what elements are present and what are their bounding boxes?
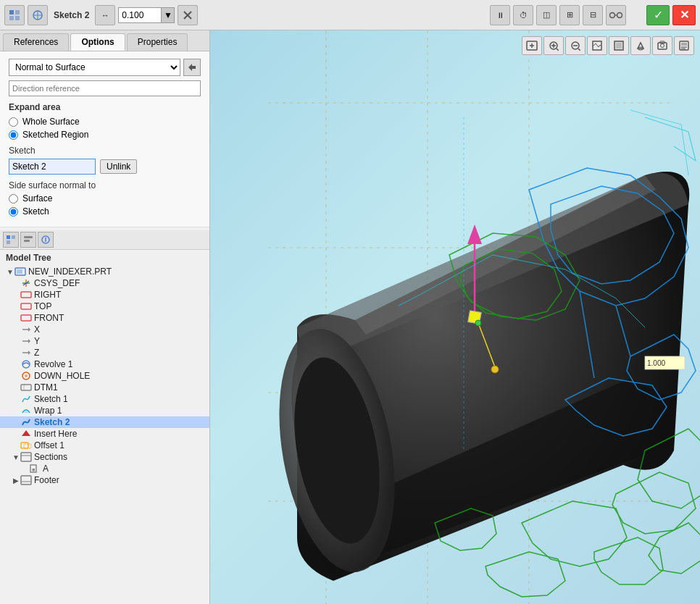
svg-rect-14 bbox=[7, 240, 10, 244]
toolbar-pause-btn[interactable]: ⏸ bbox=[490, 5, 510, 25]
cancel-button[interactable]: ✕ bbox=[672, 5, 696, 25]
toolbar-glasses-btn[interactable] bbox=[606, 5, 626, 25]
surface-radio-row: Surface bbox=[9, 193, 201, 204]
z-label: Z bbox=[34, 348, 39, 358]
y-label: Y bbox=[34, 336, 40, 346]
surface-radio-label[interactable]: Surface bbox=[22, 193, 52, 204]
vp-save-view[interactable] bbox=[674, 36, 694, 55]
svg-rect-59 bbox=[616, 43, 622, 49]
tab-references[interactable]: References bbox=[3, 33, 69, 51]
csys-label: CSYS_DEF bbox=[34, 278, 80, 288]
left-panel: References Options Properties Normal to … bbox=[0, 30, 210, 604]
svg-rect-15 bbox=[24, 236, 33, 238]
toolbar-view3-btn[interactable]: ⊟ bbox=[583, 5, 603, 25]
vp-zoom-in[interactable] bbox=[543, 36, 564, 55]
tree-item-sketch1[interactable]: Sketch 1 bbox=[0, 393, 209, 405]
dtm1-label: DTM1 bbox=[34, 382, 58, 393]
tabs-bar: References Options Properties bbox=[0, 30, 209, 51]
tab-options[interactable]: Options bbox=[70, 33, 125, 51]
tree-item-downhole[interactable]: DOWN_HOLE bbox=[0, 370, 209, 382]
insert-label: Insert Here bbox=[34, 429, 77, 439]
sketch-name-field[interactable] bbox=[9, 159, 96, 175]
sketch1-label: Sketch 1 bbox=[34, 394, 68, 404]
svg-point-35 bbox=[25, 374, 28, 377]
tab-properties[interactable]: Properties bbox=[127, 33, 188, 51]
model-tree-title: Model Tree bbox=[6, 253, 51, 263]
direction-flip-btn[interactable] bbox=[183, 59, 201, 76]
vp-perspective[interactable] bbox=[630, 36, 651, 55]
direction-row: Normal to Surface bbox=[9, 59, 201, 76]
tree-item-dtm1[interactable]: DTM1 bbox=[0, 382, 209, 393]
tree-item-right[interactable]: RIGHT bbox=[0, 289, 209, 301]
tree-icon-btn-1[interactable] bbox=[3, 232, 19, 248]
toolbar-view2-btn[interactable]: ⊞ bbox=[559, 5, 580, 25]
tree-item-front[interactable]: FRONT bbox=[0, 312, 209, 324]
toolbar-clock-btn[interactable]: ⏱ bbox=[513, 5, 533, 25]
svg-line-56 bbox=[578, 49, 580, 51]
toolbar-view1-btn[interactable]: ◫ bbox=[536, 5, 557, 25]
tree-item-insert[interactable]: Insert Here bbox=[0, 428, 209, 440]
svg-marker-32 bbox=[28, 351, 30, 355]
svg-point-10 bbox=[617, 12, 622, 17]
vp-zoom-fit[interactable] bbox=[522, 36, 542, 55]
whole-surface-label[interactable]: Whole Surface bbox=[22, 117, 80, 127]
tree-item-root[interactable]: ▼ NEW_INDEXER.PRT bbox=[0, 266, 209, 277]
expand-area-label: Expand area bbox=[9, 102, 201, 112]
root-label: NEW_INDEXER.PRT bbox=[28, 267, 112, 277]
direction-select[interactable]: Normal to Surface bbox=[9, 59, 180, 76]
svg-rect-41 bbox=[21, 453, 31, 461]
sketch-radio[interactable] bbox=[9, 207, 18, 217]
svg-rect-36 bbox=[21, 385, 31, 390]
tree-item-wrap1[interactable]: Wrap 1 bbox=[0, 405, 209, 416]
tree-item-y[interactable]: Y bbox=[0, 335, 209, 347]
vp-screenshot[interactable] bbox=[652, 36, 672, 55]
svg-rect-2 bbox=[9, 16, 14, 20]
sketched-region-radio[interactable] bbox=[9, 130, 18, 140]
tree-item-csys[interactable]: CSYS_DEF bbox=[0, 277, 209, 289]
tree-item-revolve1[interactable]: Revolve 1 bbox=[0, 358, 209, 370]
toolbar-mode-btn[interactable] bbox=[4, 5, 25, 25]
whole-surface-radio[interactable] bbox=[9, 117, 18, 127]
x-label: X bbox=[34, 324, 40, 335]
svg-rect-24 bbox=[21, 292, 31, 298]
vp-view-mode[interactable] bbox=[587, 36, 607, 55]
vp-zoom-out[interactable] bbox=[565, 36, 586, 55]
accept-button[interactable]: ✓ bbox=[646, 5, 670, 25]
vp-render-mode[interactable] bbox=[609, 36, 629, 55]
sketched-region-label[interactable]: Sketched Region bbox=[22, 130, 88, 140]
toolbar-icon1[interactable]: ↔ bbox=[95, 5, 115, 25]
tree-icon-btn-2[interactable] bbox=[20, 232, 36, 248]
svg-text:■: ■ bbox=[32, 467, 35, 472]
surface-radio[interactable] bbox=[9, 194, 18, 204]
viewport[interactable]: 1.000 bbox=[210, 30, 700, 604]
tree-item-section-a[interactable]: ■ A bbox=[0, 463, 209, 474]
footer-label: Footer bbox=[34, 475, 59, 485]
main-content: References Options Properties Normal to … bbox=[0, 30, 700, 604]
expand-root[interactable]: ▼ bbox=[6, 268, 14, 276]
unlink-button[interactable]: Unlink bbox=[100, 159, 137, 174]
toolbar-dropdown-btn[interactable]: ▼ bbox=[162, 7, 175, 23]
svg-rect-66 bbox=[681, 43, 687, 46]
toolbar-sketch-icon[interactable] bbox=[28, 5, 48, 25]
offset1-label: Offset 1 bbox=[34, 440, 64, 450]
toolbar-right: ⏸ ⏱ ◫ ⊞ ⊟ ✓ ✕ bbox=[490, 5, 696, 25]
tree-item-offset1[interactable]: Offset 1 bbox=[0, 440, 209, 451]
tree-item-top[interactable]: TOP bbox=[0, 301, 209, 312]
sketch-radio-label[interactable]: Sketch bbox=[22, 206, 49, 217]
tree-item-x[interactable]: X bbox=[0, 324, 209, 335]
scene-3d: 1.000 bbox=[210, 30, 700, 604]
tree-item-sections[interactable]: ▼ Sections bbox=[0, 451, 209, 463]
wrap1-label: Wrap 1 bbox=[34, 406, 62, 416]
svg-marker-30 bbox=[28, 339, 30, 343]
tree-item-z[interactable]: Z bbox=[0, 347, 209, 358]
svg-point-86 bbox=[491, 366, 499, 373]
toolbar-value-input[interactable] bbox=[118, 7, 162, 23]
toolbar-icon3[interactable] bbox=[178, 5, 198, 25]
tree-item-sketch2[interactable]: Sketch 2 bbox=[0, 416, 209, 428]
svg-rect-0 bbox=[9, 10, 14, 14]
direction-ref-input[interactable] bbox=[9, 80, 201, 96]
tree-item-footer[interactable]: ▶ Footer bbox=[0, 474, 209, 486]
side-surface-label: Side surface normal to bbox=[9, 180, 201, 190]
tree-icon-btn-3[interactable] bbox=[38, 232, 54, 248]
svg-rect-1 bbox=[15, 10, 20, 14]
